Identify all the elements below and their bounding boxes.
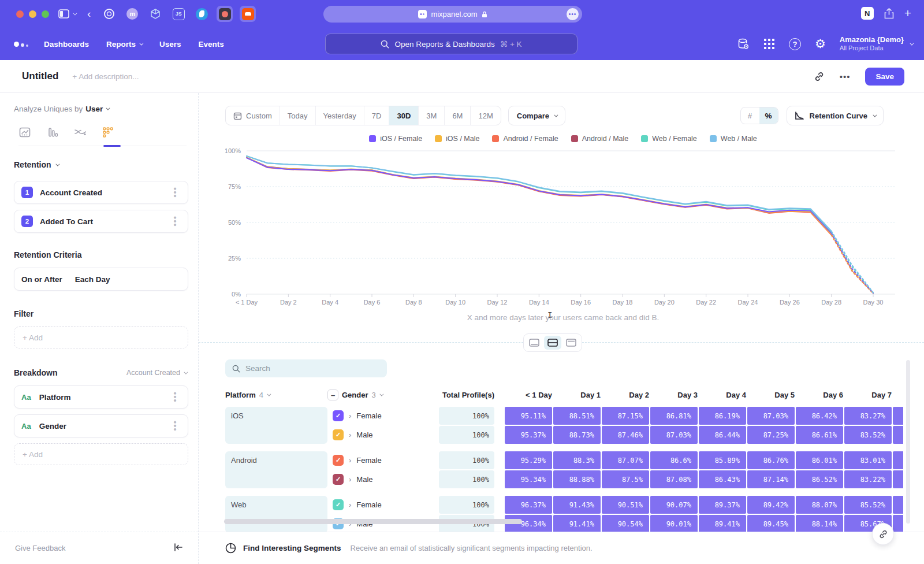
address-bar[interactable]: mixpanel.com ••• [323, 6, 582, 23]
series-checkbox[interactable]: ✓ [333, 410, 344, 421]
apps-grid-icon[interactable] [763, 38, 775, 50]
retention-value-cell[interactable]: 95.37% [505, 426, 552, 444]
new-tab-button[interactable]: + [904, 6, 911, 20]
nav-item-events[interactable]: Events [199, 40, 224, 49]
select-all-checkbox[interactable]: – [327, 389, 338, 400]
date-range-12m[interactable]: 12M [471, 106, 500, 125]
avatar-m-extension-icon[interactable]: m [124, 6, 140, 22]
retention-value-cell[interactable]: 95.29% [505, 451, 552, 469]
retention-value-cell[interactable]: 83.27% [844, 407, 892, 425]
tab-insights[interactable] [18, 126, 31, 139]
retention-value-cell[interactable]: 87.08% [650, 470, 698, 488]
retention-value-cell[interactable]: 86.76% [747, 451, 795, 469]
retention-value-cell[interactable]: 86.61% [796, 426, 843, 444]
day-column-header[interactable]: Day 4 [699, 391, 746, 399]
minimize-window-button[interactable] [29, 10, 36, 18]
criteria-mode[interactable]: On or After [21, 275, 62, 284]
retention-value-cell[interactable]: 95.34% [505, 470, 552, 488]
day-column-header[interactable]: Day 1 [553, 391, 601, 399]
retention-value-cell[interactable]: 86.44% [699, 426, 746, 444]
retention-value-cell[interactable]: 83.52% [844, 426, 892, 444]
expand-row-icon[interactable]: › [349, 500, 351, 509]
retention-step-2[interactable]: 2 Added To Cart ••• [14, 210, 188, 233]
date-range-yesterday[interactable]: Yesterday [316, 106, 364, 125]
breakdown-options-button[interactable]: ••• [170, 421, 180, 432]
retention-value-cell[interactable]: 87.15% [602, 407, 649, 425]
retention-value-cell[interactable]: 89.42% [747, 496, 795, 514]
criteria-interval[interactable]: Each Day [75, 275, 110, 284]
segments-title[interactable]: Find Interesting Segments [243, 544, 341, 552]
close-window-button[interactable] [16, 10, 24, 18]
give-feedback-link[interactable]: Give Feedback [15, 544, 65, 552]
retention-value-cell[interactable]: 90.07% [650, 496, 698, 514]
retention-value-cell[interactable]: 86.81% [650, 407, 698, 425]
retention-value-cell[interactable]: 89.45% [747, 515, 795, 532]
horizontal-scrollbar[interactable] [224, 519, 522, 524]
retention-value-cell[interactable]: 88.88% [553, 470, 601, 488]
orange-app-extension-icon[interactable] [240, 6, 256, 22]
chart-type-selector[interactable]: Retention Curve [787, 106, 884, 125]
retention-value-cell[interactable]: 88.3% [553, 451, 601, 469]
share-link-fab[interactable] [872, 523, 894, 545]
series-checkbox[interactable]: ✓ [333, 455, 344, 466]
help-icon[interactable]: ? [789, 38, 801, 50]
series-checkbox[interactable]: ✓ [333, 499, 344, 510]
day-column-header[interactable]: < 1 Day [505, 391, 552, 399]
retention-value-cell[interactable]: 88.73% [553, 426, 601, 444]
tab-retention[interactable] [102, 126, 114, 139]
day-column-header[interactable]: Day 2 [602, 391, 649, 399]
retention-value-cell[interactable]: 85.52% [844, 496, 892, 514]
table-search-input[interactable]: Search [225, 359, 387, 377]
retention-value-cell[interactable]: 96.37% [505, 496, 552, 514]
tab-flows[interactable] [74, 126, 87, 139]
retention-value-cell[interactable]: 88.14% [796, 515, 843, 532]
js-extension-icon[interactable]: JS [170, 6, 187, 22]
retention-line-chart[interactable]: 0%25%50%75%100%< 1 DayDay 2Day 4Day 6Day… [225, 145, 904, 307]
data-management-icon[interactable] [737, 38, 750, 50]
series-checkbox[interactable]: ✓ [333, 474, 344, 485]
date-range-custom[interactable]: Custom [226, 106, 280, 125]
date-range-6m[interactable]: 6M [445, 106, 471, 125]
site-options-button[interactable]: ••• [567, 8, 579, 20]
tab-funnels[interactable] [46, 126, 59, 139]
account-switcher[interactable]: Amazonia {Demo} All Project Data [840, 35, 912, 53]
retention-value-cell[interactable]: 86.42% [796, 407, 843, 425]
legend-item[interactable]: iOS / Female [369, 135, 422, 143]
retention-value-cell[interactable]: 85.89% [699, 451, 746, 469]
legend-item[interactable]: iOS / Male [435, 135, 479, 143]
total-profiles-column-header[interactable]: Total Profile(s) [439, 391, 494, 399]
absolute-numbers-toggle[interactable]: # [741, 107, 759, 124]
retention-value-cell[interactable]: 90.54% [602, 515, 649, 532]
retention-value-cell[interactable]: 83.01% [844, 451, 892, 469]
retention-criteria-selector[interactable]: On or After Each Day [14, 268, 188, 291]
day-column-header[interactable]: Day 3 [650, 391, 698, 399]
retention-value-cell[interactable]: 91.43% [553, 496, 601, 514]
retention-value-cell[interactable]: 86.19% [699, 407, 746, 425]
expand-row-icon[interactable]: › [349, 475, 351, 484]
step-options-button[interactable]: ••• [170, 187, 180, 198]
compare-button[interactable]: Compare [508, 106, 565, 125]
add-filter-button[interactable]: + Add [14, 326, 188, 348]
retention-value-cell[interactable]: 95.11% [505, 407, 552, 425]
retention-step-1[interactable]: 1 Account Created ••• [14, 181, 188, 204]
add-description-button[interactable]: + Add description... [72, 72, 139, 81]
retention-value-cell[interactable]: 91.41% [553, 515, 601, 532]
retention-value-cell[interactable]: 89.41% [699, 515, 746, 532]
nav-item-dashboards[interactable]: Dashboards [44, 40, 89, 49]
nav-item-reports[interactable]: Reports [106, 40, 142, 49]
save-button[interactable]: Save [865, 68, 904, 86]
step-options-button[interactable]: ••• [170, 216, 180, 227]
vertical-scrollbar[interactable] [906, 360, 910, 524]
breakdown-platform[interactable]: Aa Platform ••• [14, 385, 188, 409]
platform-cell[interactable]: Android [225, 451, 327, 488]
date-range-30d[interactable]: 30D [389, 106, 419, 125]
date-range-today[interactable]: Today [280, 106, 316, 125]
report-title[interactable]: Untitled [22, 70, 58, 82]
retention-value-cell[interactable]: 86.6% [650, 451, 698, 469]
retention-value-cell[interactable]: 87.5% [602, 470, 649, 488]
settings-gear-icon[interactable]: ⚙ [815, 37, 826, 51]
retention-value-cell[interactable]: 83.22% [844, 470, 892, 488]
nav-item-users[interactable]: Users [159, 40, 181, 49]
gender-column-header[interactable]: – Gender 3 [327, 389, 439, 400]
copy-link-icon[interactable] [814, 71, 825, 82]
